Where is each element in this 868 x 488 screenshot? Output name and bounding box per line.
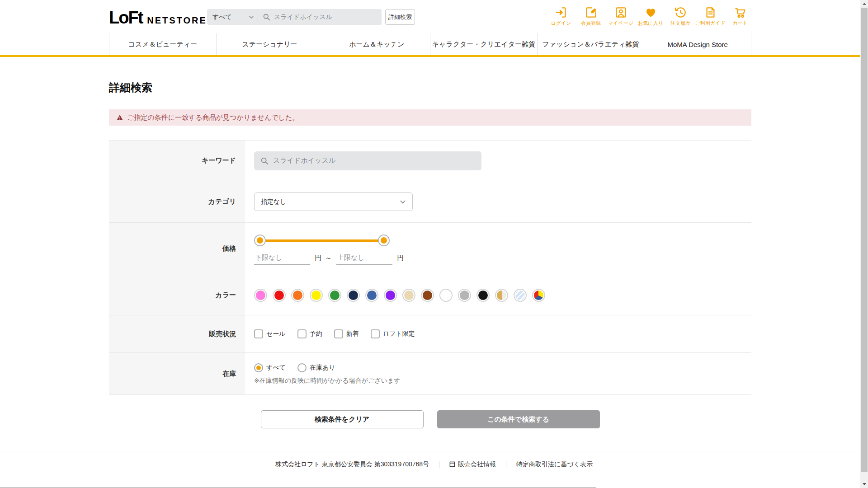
keyword-input[interactable]: スライドホイッスル xyxy=(254,151,481,170)
sale-status-options: セール 予約 新着 ロフト限定 xyxy=(254,329,415,338)
radio-stock-all[interactable]: すべて xyxy=(254,363,286,372)
clear-conditions-button[interactable]: 検索条件をクリア xyxy=(261,410,424,428)
category-row: カテゴリ 指定なし xyxy=(109,181,751,222)
nav-label: ホーム＆キッチン xyxy=(349,40,404,49)
login-icon xyxy=(555,6,567,19)
order-history-icon xyxy=(675,6,687,19)
checkbox-preorder[interactable]: 予約 xyxy=(297,329,322,338)
chevron-down-icon xyxy=(400,199,406,205)
swatch-fill xyxy=(534,291,543,300)
color-swatch[interactable] xyxy=(402,289,415,302)
color-swatch[interactable] xyxy=(347,289,360,302)
member-register-label: 会員登録 xyxy=(581,20,601,27)
swatch-fill xyxy=(404,291,414,300)
color-swatch[interactable] xyxy=(532,289,545,302)
radio-stock-available[interactable]: 在庫あり xyxy=(297,363,335,372)
swatch-fill xyxy=(497,291,506,300)
nav-label: MoMA Design Store xyxy=(668,41,728,48)
nav-item-stationery[interactable]: ステーショナリー xyxy=(216,33,323,55)
cart-button[interactable]: カート xyxy=(727,6,753,27)
keyword-row: キーワード スライドホイッスル xyxy=(109,140,751,181)
search-icon xyxy=(260,157,269,165)
color-swatch[interactable] xyxy=(310,289,323,302)
swatch-fill xyxy=(423,291,432,300)
guide-button[interactable]: ご利用ガイド xyxy=(698,6,723,27)
checkbox-label: 新着 xyxy=(346,330,359,338)
color-swatch[interactable] xyxy=(495,289,508,302)
mypage-icon xyxy=(615,6,627,19)
swatch-fill xyxy=(515,291,525,300)
category-select[interactable]: 指定なし xyxy=(254,192,413,211)
order-history-button[interactable]: 注文履歴 xyxy=(668,6,693,27)
color-swatch[interactable] xyxy=(273,289,286,302)
color-swatch[interactable] xyxy=(328,289,341,302)
scrollbar-down-arrow[interactable] xyxy=(860,480,868,488)
store-logo[interactable]: LoFt NETSTORE xyxy=(109,8,207,28)
color-swatch[interactable] xyxy=(254,289,267,302)
checkbox-loft-exclusive[interactable]: ロフト限定 xyxy=(371,329,415,338)
nav-item-character-goods[interactable]: キャラクター・クリエイター雑貨 xyxy=(430,33,537,55)
error-text: ご指定の条件に一致する商品が見つかりませんでした。 xyxy=(127,113,299,122)
external-window-icon xyxy=(449,461,455,467)
checkbox-sale[interactable]: セール xyxy=(254,329,286,338)
nav-item-fashion-variety[interactable]: ファッション＆バラエティ雑貨 xyxy=(537,33,644,55)
color-swatch[interactable] xyxy=(291,289,304,302)
swatch-fill xyxy=(330,291,340,300)
header-search-input[interactable]: スライドホイッスル xyxy=(258,13,382,21)
category-value: 指定なし xyxy=(261,198,287,206)
nav-item-home-kitchen[interactable]: ホーム＆キッチン xyxy=(323,33,430,55)
search-with-conditions-button[interactable]: この条件で検索する xyxy=(437,410,600,428)
swatch-fill xyxy=(311,291,321,300)
scrollbar-thumb[interactable] xyxy=(861,8,868,472)
nav-label: コスメ＆ビューティー xyxy=(128,40,197,49)
chevron-down-icon xyxy=(249,14,254,20)
favorites-label: お気に入り xyxy=(638,20,663,27)
swatch-fill xyxy=(460,291,469,300)
color-swatches xyxy=(254,289,545,302)
color-swatch[interactable] xyxy=(476,289,490,302)
vertical-scrollbar[interactable] xyxy=(860,0,868,488)
checkbox-new[interactable]: 新着 xyxy=(334,329,359,338)
price-min-handle[interactable] xyxy=(254,235,266,246)
sale-status-row: 販売状況 セール 予約 新着 ロフト限定 xyxy=(109,315,751,352)
swatch-fill xyxy=(367,291,377,300)
favorites-button[interactable]: お気に入り xyxy=(638,6,663,27)
color-swatch[interactable] xyxy=(439,289,453,302)
advanced-search-button[interactable]: 詳細検索 xyxy=(385,9,415,25)
price-unit-min: 円 xyxy=(315,254,321,263)
nav-item-moma[interactable]: MoMA Design Store xyxy=(644,33,751,55)
header-quick-links: ログイン 会員登録 マイページ お気に入り 注文履歴 ご利用ガイド カート xyxy=(548,6,753,27)
price-row: 価格 下限なし 円 ～ 上限なし 円 xyxy=(109,222,751,275)
price-min-input[interactable]: 下限なし xyxy=(254,253,310,265)
category-label: カテゴリ xyxy=(109,181,245,222)
color-swatch[interactable] xyxy=(458,289,471,302)
color-swatch[interactable] xyxy=(514,289,527,302)
nav-item-cosmetics[interactable]: コスメ＆ビューティー xyxy=(109,33,216,55)
header: LoFt NETSTORE すべて スライドホイッスル 詳細検索 ログイン 会員… xyxy=(0,0,868,57)
stock-label: 在庫 xyxy=(109,353,245,394)
sale-status-label: 販売状況 xyxy=(109,315,245,352)
mypage-button[interactable]: マイページ xyxy=(608,6,633,27)
member-register-icon xyxy=(585,6,597,19)
form-actions: 検索条件をクリア この条件で検索する xyxy=(109,410,751,428)
color-swatch[interactable] xyxy=(365,289,378,302)
search-category-dropdown[interactable]: すべて xyxy=(207,9,258,25)
login-button[interactable]: ログイン xyxy=(548,6,574,27)
footer-link-seller-info[interactable]: 販売会社情報 xyxy=(439,460,506,469)
checkbox-label: ロフト限定 xyxy=(383,330,415,338)
advanced-search-form: キーワード スライドホイッスル カテゴリ 指定なし 価格 xyxy=(109,140,751,395)
footer-company-info: 株式会社ロフト 東京都公安委員会 第303319700768号 xyxy=(265,460,439,469)
price-max-handle[interactable] xyxy=(378,235,390,246)
price-max-input[interactable]: 上限なし xyxy=(336,253,392,265)
footer-link-label: 特定商取引法に基づく表示 xyxy=(516,460,593,469)
scrollbar-up-arrow[interactable] xyxy=(860,0,868,8)
logo-subtext: NETSTORE xyxy=(147,15,207,26)
mypage-label: マイページ xyxy=(608,20,633,27)
search-category-value: すべて xyxy=(212,13,232,21)
swatch-fill xyxy=(441,291,451,300)
footer-link-commerce-law[interactable]: 特定商取引法に基づく表示 xyxy=(506,460,603,469)
guide-icon xyxy=(704,6,717,19)
color-swatch[interactable] xyxy=(421,289,434,302)
color-swatch[interactable] xyxy=(384,289,397,302)
member-register-button[interactable]: 会員登録 xyxy=(578,6,604,27)
